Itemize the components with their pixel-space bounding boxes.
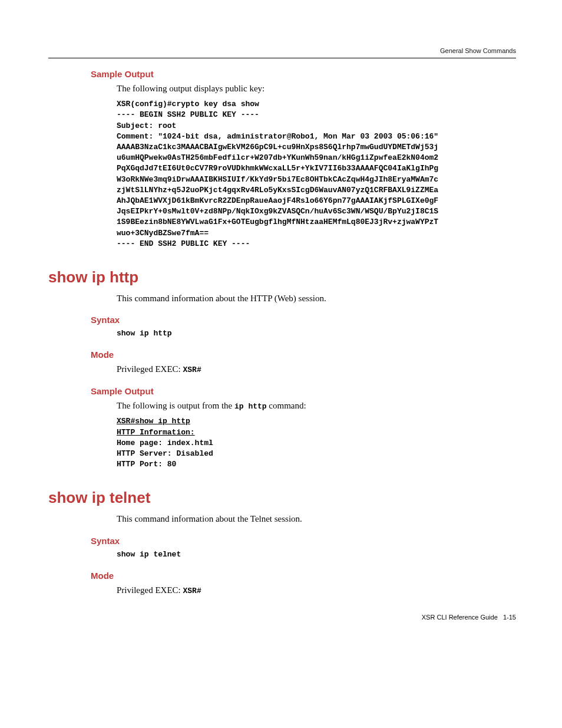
- heading-syntax-telnet: Syntax: [91, 536, 516, 546]
- footer-page: 1-15: [503, 614, 516, 621]
- syntax-code-telnet: show ip telnet: [117, 549, 516, 560]
- page-footer: XSR CLI Reference Guide 1-15: [48, 614, 516, 621]
- heading-mode-telnet: Mode: [91, 571, 516, 581]
- code-block-http: XSR#show ip http HTTP Information: Home …: [117, 416, 516, 470]
- running-header: General Show Commands: [48, 47, 516, 54]
- heading-sample-output-http: Sample Output: [91, 386, 516, 396]
- mode-text-telnet: Privileged EXEC: XSR#: [117, 584, 516, 597]
- heading-syntax-http: Syntax: [91, 315, 516, 325]
- mode-prefix: Privileged EXEC:: [117, 364, 183, 374]
- sample-prefix: The following is output from the: [117, 401, 234, 410]
- desc-show-ip-http: This command information about the HTTP …: [117, 292, 516, 304]
- syntax-code-http: show ip http: [117, 328, 516, 339]
- mode-code-http: XSR#: [183, 365, 201, 374]
- code-line2: HTTP Information:: [117, 428, 195, 437]
- mode-text-http: Privileged EXEC: XSR#: [117, 363, 516, 375]
- code-line1: XSR#show ip http: [117, 417, 190, 426]
- heading-show-ip-telnet: show ip telnet: [48, 489, 516, 507]
- heading-show-ip-http: show ip http: [48, 268, 516, 286]
- code-block-publickey: XSR(config)#crypto key dsa show ---- BEG…: [117, 99, 516, 249]
- sample-intro-1: The following output displays public key…: [117, 83, 516, 94]
- heading-mode-http: Mode: [91, 350, 516, 360]
- page-container: General Show Commands Sample Output The …: [0, 0, 562, 656]
- mode-code-telnet: XSR#: [183, 587, 201, 595]
- footer-guide: XSR CLI Reference Guide: [422, 614, 498, 621]
- sample-inline-code: ip http: [234, 402, 267, 411]
- sample-suffix: command:: [267, 401, 306, 410]
- code-rest: Home page: index.html HTTP Server: Disab…: [117, 439, 213, 469]
- header-rule: [48, 58, 516, 58]
- desc-show-ip-telnet: This command information about the Telne…: [117, 513, 516, 525]
- mode-prefix-telnet: Privileged EXEC:: [117, 585, 183, 595]
- sample-intro-http: The following is output from the ip http…: [117, 400, 516, 412]
- heading-sample-output-1: Sample Output: [91, 69, 516, 79]
